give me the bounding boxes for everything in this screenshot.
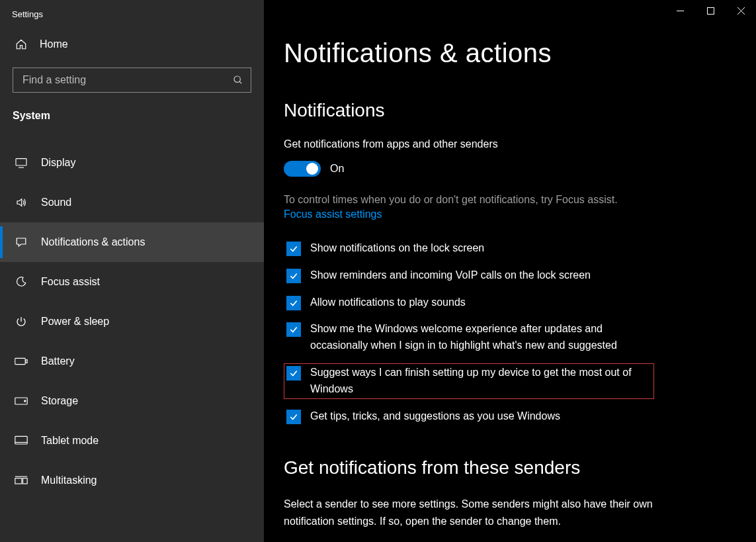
sidebar-item-display[interactable]: Display [0,143,264,183]
check-item-play-sounds: Allow notifications to play sounds [284,293,654,312]
notifications-toggle[interactable] [284,161,321,177]
focus-assist-icon [15,276,28,288]
sidebar-item-label: Multitasking [41,474,97,486]
maximize-button[interactable] [695,0,726,21]
check-label: Show me the Windows welcome experience a… [310,321,651,354]
power-icon [15,316,28,328]
toggle-label: Get notifications from apps and other se… [284,138,730,150]
svg-rect-4 [15,358,25,364]
sidebar-item-label: Notifications & actions [41,236,145,248]
sidebar-item-focus-assist[interactable]: Focus assist [0,262,264,302]
sidebar-item-label: Display [41,157,75,169]
focus-assist-link[interactable]: Focus assist settings [284,208,730,220]
tablet-icon [15,435,28,446]
check-label: Allow notifications to play sounds [310,294,466,311]
checkbox[interactable] [286,242,301,256]
check-item-lockscreen-reminders: Show reminders and incoming VoIP calls o… [284,266,654,285]
check-label: Suggest ways I can finish setting up my … [310,365,651,398]
section-notifications-title: Notifications [284,100,730,121]
display-icon [15,158,28,168]
battery-icon [15,357,28,366]
search-input[interactable] [13,68,251,93]
sound-icon [15,197,28,208]
toggle-row: On [284,161,730,177]
sidebar-item-sound[interactable]: Sound [0,183,264,222]
sidebar-item-label: Focus assist [41,276,100,288]
check-item-lockscreen-notifications: Show notifications on the lock screen [284,239,654,258]
storage-icon [15,396,28,406]
check-label: Show notifications on the lock screen [310,240,484,257]
svg-line-1 [239,81,241,83]
sidebar-item-storage[interactable]: Storage [0,381,264,421]
page-title: Notifications & actions [284,38,730,68]
sidebar-item-label: Tablet mode [41,435,99,447]
toggle-knob [306,163,318,175]
checkbox[interactable] [286,322,301,337]
toggle-state: On [330,163,344,175]
svg-point-0 [234,76,240,82]
checkbox[interactable] [286,410,301,424]
main-pane: Notifications & actions Notifications Ge… [264,0,756,542]
svg-rect-10 [15,478,22,484]
section-senders-title: Get notifications from these senders [284,457,730,478]
multitasking-icon [15,475,28,486]
sidebar-item-tablet-mode[interactable]: Tablet mode [0,421,264,461]
search-wrap [13,68,251,93]
check-label: Get tips, tricks, and suggestions as you… [310,408,560,425]
svg-rect-14 [707,7,714,14]
svg-point-7 [24,400,26,402]
check-label: Show reminders and incoming VoIP calls o… [310,267,591,284]
checkbox[interactable] [286,366,301,381]
minimize-button[interactable] [665,0,695,21]
sidebar-item-battery[interactable]: Battery [0,341,264,381]
sidebar-item-multitasking[interactable]: Multitasking [0,461,264,500]
svg-rect-2 [16,159,26,165]
sidebar-item-label: Battery [41,355,75,367]
category-label: System [0,105,264,131]
svg-rect-5 [26,360,27,363]
nav-home[interactable]: Home [0,29,264,60]
search-icon [233,75,243,85]
nav-list: Display Sound Notifications & actions Fo… [0,143,264,500]
check-item-welcome-experience: Show me the Windows welcome experience a… [284,320,654,355]
checkbox[interactable] [286,269,301,283]
svg-rect-8 [15,436,27,444]
sidebar: Settings Home System Display Sound [0,0,264,542]
checkbox[interactable] [286,296,301,310]
close-button[interactable] [726,0,756,21]
check-item-tips-tricks: Get tips, tricks, and suggestions as you… [284,407,654,426]
nav-home-label: Home [40,38,68,50]
sidebar-item-label: Power & sleep [41,316,109,328]
notifications-icon [15,236,28,248]
window-controls [665,0,756,21]
window-title: Settings [0,0,264,29]
notification-checklist: Show notifications on the lock screen Sh… [284,239,730,426]
sidebar-item-notifications[interactable]: Notifications & actions [0,222,264,262]
helper-text: To control times when you do or don't ge… [284,194,707,206]
check-item-finish-setup: Suggest ways I can finish setting up my … [284,363,654,399]
senders-desc: Select a sender to see more settings. So… [284,496,654,529]
sidebar-item-power-sleep[interactable]: Power & sleep [0,302,264,341]
home-icon [15,38,28,50]
sidebar-item-label: Sound [41,197,71,208]
svg-rect-11 [23,478,28,484]
sidebar-item-label: Storage [41,395,78,407]
